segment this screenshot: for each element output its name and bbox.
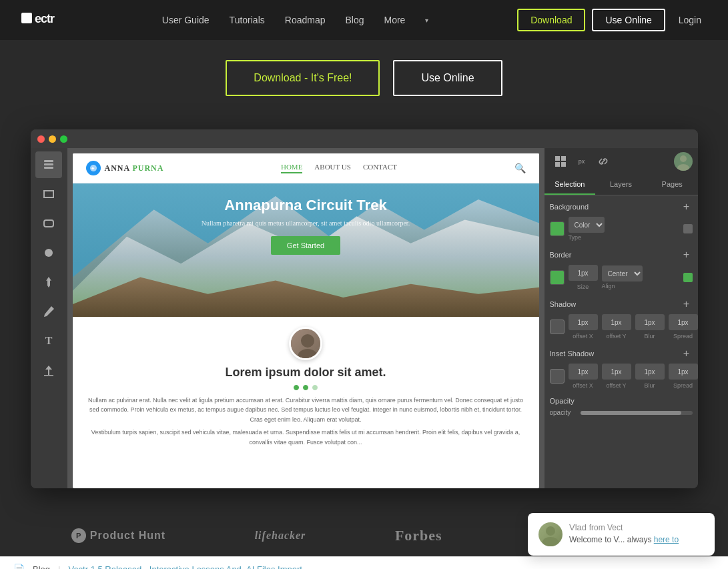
inset-offsety-label: offset Y: [606, 382, 626, 389]
shadow-offsetx-label: offset X: [573, 333, 593, 340]
website-preview: ✦ ANNA PURNA HOME ABOUT US: [73, 153, 539, 488]
inset-offsetx-group: offset X: [569, 364, 598, 389]
product-hunt-brand: P Product Hunt: [71, 528, 165, 543]
svg-point-19: [301, 334, 314, 348]
shadow-color-swatch[interactable]: [550, 320, 565, 334]
opacity-title: Opacity: [550, 397, 575, 405]
background-add-btn[interactable]: +: [681, 201, 693, 213]
shadow-offsety-label: offset Y: [606, 333, 626, 340]
panel-content: Background + Color Type: [544, 195, 698, 488]
circle-tool[interactable]: [35, 239, 62, 266]
opacity-bar[interactable]: [581, 411, 693, 415]
svg-point-7: [45, 249, 53, 257]
pencil-tool[interactable]: [35, 298, 62, 325]
site-nav-about[interactable]: ABOUT US: [314, 163, 351, 173]
border-header: Border +: [550, 249, 693, 261]
rounded-rect-tool[interactable]: [35, 210, 62, 237]
background-color-swatch[interactable]: [550, 221, 565, 236]
user-avatar: [289, 327, 322, 360]
background-checkbox[interactable]: [683, 224, 693, 233]
chat-widget: Vlad from Vect Welcome to V... always he…: [528, 513, 715, 556]
hero-section: Download - It's Free! Use Online: [0, 40, 728, 129]
inset-shadow-header: Inset Shadow +: [550, 348, 693, 360]
border-checkbox[interactable]: [683, 273, 693, 282]
inset-shadow-title: Inset Shadow: [550, 350, 595, 358]
px-icon-btn[interactable]: px: [571, 152, 593, 171]
more-dropdown-icon: ▾: [425, 17, 428, 24]
shadow-offsety-input[interactable]: [602, 314, 631, 330]
background-row: Color Type: [550, 217, 693, 241]
navbar: ectr User Guide Tutorials Roadmap Blog M…: [0, 0, 728, 40]
tab-selection[interactable]: Selection: [544, 175, 596, 195]
opacity-label: opacity: [550, 409, 577, 416]
border-size-label: Size: [577, 283, 589, 290]
inset-spread-input[interactable]: [669, 364, 698, 380]
shadow-blur-input[interactable]: [635, 314, 665, 330]
tab-layers[interactable]: Layers: [595, 175, 647, 195]
inset-shadow-add-btn[interactable]: +: [681, 348, 693, 360]
hero-main-subtitle: Nullam pharetra mi quis metus ullamcorpe…: [73, 218, 539, 228]
site-logo-icon: ✦: [86, 161, 101, 175]
site-hero-section: Annapurna Circuit Trek Nullam pharetra m…: [73, 183, 539, 317]
nav-login-button[interactable]: Login: [672, 10, 708, 30]
footer-bar: 📄 Blog | Vectr 1.5 Released - Interactiv…: [0, 556, 728, 569]
border-size-input[interactable]: [569, 265, 598, 281]
svg-text:ectr: ectr: [35, 12, 55, 25]
site-nav-contact[interactable]: CONTACT: [363, 163, 397, 173]
inset-blur-input[interactable]: [635, 364, 665, 380]
nav-link-more[interactable]: More: [384, 15, 406, 25]
app-titlebar: [31, 129, 698, 148]
hero-online-button[interactable]: Use Online: [393, 60, 502, 96]
svg-marker-11: [44, 306, 54, 317]
shadow-blur-group: Blur: [635, 314, 665, 340]
inset-shadow-row: offset X offset Y Blur: [550, 364, 693, 389]
pen-tool[interactable]: [35, 269, 62, 296]
chat-link[interactable]: here to: [654, 535, 679, 544]
grid-icon-btn[interactable]: [550, 152, 571, 171]
content-text-2: Vestibulum turpis sapien, suscipit sed v…: [86, 428, 526, 447]
shadow-spread-input[interactable]: [669, 314, 698, 330]
background-type-select[interactable]: Color: [569, 217, 605, 233]
nav-link-roadmap[interactable]: Roadmap: [285, 15, 326, 25]
inset-offsetx-input[interactable]: [569, 364, 598, 380]
site-nav-home[interactable]: HOME: [281, 163, 302, 173]
shadow-offsetx-input[interactable]: [569, 314, 598, 330]
svg-rect-5: [44, 191, 53, 197]
border-align-select[interactable]: Center: [602, 265, 643, 281]
canvas-inner: ✦ ANNA PURNA HOME ABOUT US: [67, 148, 544, 488]
inset-shadow-color-swatch[interactable]: [550, 369, 565, 384]
product-hunt-icon: P: [71, 528, 86, 543]
left-toolbar: T: [31, 148, 67, 488]
panel-background-section: Background + Color Type: [550, 201, 693, 241]
footer-article-link[interactable]: Vectr 1.5 Released - Interactive Lessons…: [68, 564, 302, 570]
nav-link-blog[interactable]: Blog: [345, 15, 364, 25]
inset-spread-label: Spread: [673, 382, 693, 389]
site-content-section: Lorem ipsum dolor sit amet. Nullam ac pu…: [73, 317, 539, 457]
hero-download-button[interactable]: Download - It's Free!: [226, 60, 380, 96]
site-search-icon[interactable]: 🔍: [514, 163, 526, 174]
inset-offsetx-label: offset X: [573, 382, 593, 389]
canvas-area[interactable]: ✦ ANNA PURNA HOME ABOUT US: [67, 148, 544, 488]
shadow-header: Shadow +: [550, 298, 693, 310]
nav-online-button[interactable]: Use Online: [592, 9, 665, 31]
hero-buttons: Download - It's Free! Use Online: [13, 60, 715, 96]
pages-tool[interactable]: [35, 151, 62, 178]
footer-blog-link[interactable]: Blog: [33, 564, 50, 570]
nav-link-userguide[interactable]: User Guide: [162, 15, 210, 25]
border-color-swatch[interactable]: [550, 270, 565, 285]
nav-download-button[interactable]: Download: [517, 9, 585, 31]
svg-point-27: [546, 526, 555, 536]
inset-offsety-input[interactable]: [602, 364, 631, 380]
nav-link-tutorials[interactable]: Tutorials: [230, 15, 265, 25]
shadow-add-btn[interactable]: +: [681, 298, 693, 310]
border-add-btn[interactable]: +: [681, 249, 693, 261]
text-tool[interactable]: T: [35, 328, 62, 354]
link-icon-btn[interactable]: [593, 152, 614, 171]
hero-text-overlay: Annapurna Circuit Trek Nullam pharetra m…: [73, 197, 539, 255]
tab-pages[interactable]: Pages: [647, 175, 698, 195]
site-logo-area: ✦ ANNA PURNA: [86, 161, 164, 175]
rectangle-tool[interactable]: [35, 181, 62, 207]
dot-1: [294, 385, 299, 390]
upload-tool[interactable]: [35, 357, 62, 384]
hero-cta-button[interactable]: Get Started: [271, 236, 340, 255]
